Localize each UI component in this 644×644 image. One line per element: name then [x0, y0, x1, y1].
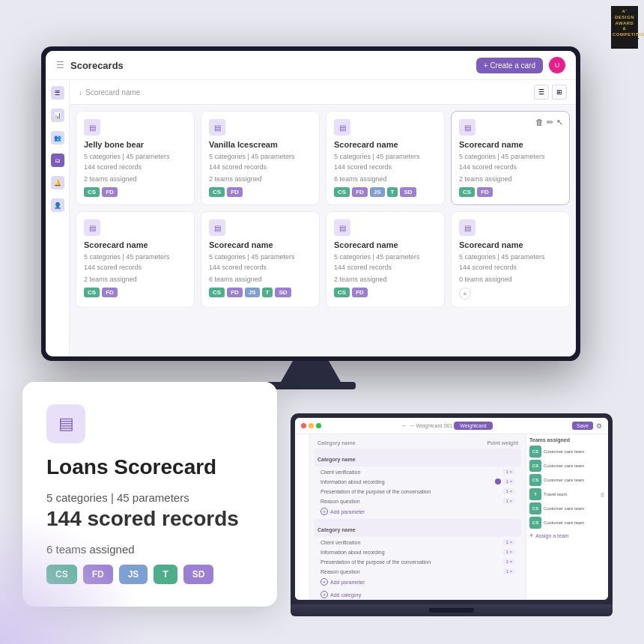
- large-tag-cs: CS: [46, 565, 77, 584]
- add-param-label-1[interactable]: Add parameter: [330, 509, 365, 514]
- add-tag-button[interactable]: +: [459, 288, 471, 300]
- delete-icon[interactable]: 🗑: [535, 118, 544, 127]
- param-row-2: Presentation of the purpose of the conve…: [315, 487, 521, 496]
- team-name-0: Customer care team: [544, 449, 584, 454]
- card-title-7: Scorecard name: [459, 240, 562, 249]
- weight-pill-3: 1 ×: [502, 498, 515, 504]
- cards-grid: ▤ Jelly bone bear 5 categories | 45 para…: [70, 105, 576, 314]
- weight-pill-4: 1 ×: [502, 539, 515, 545]
- scorecard-card-5[interactable]: ▤ Scorecard name 5 categories | 45 param…: [201, 211, 320, 308]
- sidebar-icon-bell[interactable]: 🔔: [51, 176, 64, 189]
- add-category-label[interactable]: Add category: [330, 592, 361, 598]
- scorecard-card-4[interactable]: ▤ Scorecard name 5 categories | 45 param…: [76, 211, 195, 308]
- tag-js: JS: [370, 187, 385, 197]
- card-meta-1: 5 categories | 45 parameters144 scored r…: [209, 152, 312, 172]
- card-tags-5: CS FD JS T SD: [209, 288, 312, 297]
- sidebar-icon-chart[interactable]: 📊: [51, 109, 64, 122]
- hamburger-icon[interactable]: ☰: [56, 60, 64, 70]
- teams-panel: Teams assigned CS Customer care team CS …: [526, 434, 608, 600]
- breadcrumb: ↓ Scorecard name: [79, 88, 140, 97]
- param-row-5: Information about recording 1 ×: [315, 547, 521, 556]
- laptop-nav-dots: [301, 423, 321, 428]
- card-meta-4: 5 categories | 45 parameters144 scored r…: [84, 252, 186, 273]
- param-weight-0: 1 ×: [502, 469, 515, 475]
- card-teams-3: 2 teams assigned: [459, 175, 562, 183]
- maximize-dot[interactable]: [316, 423, 321, 428]
- team-row-3: T Travel team 🗑: [529, 488, 605, 500]
- tab-active[interactable]: Weightcard: [454, 422, 492, 430]
- teams-panel-title: Teams assigned: [529, 437, 605, 443]
- team-name-2: Customer care team: [544, 478, 584, 482]
- sidebar-icon-profile[interactable]: 👤: [51, 198, 64, 212]
- team-row-0: CS Customer care team: [529, 446, 605, 458]
- add-param-row-1: + Add parameter: [315, 506, 521, 517]
- category-label-1: Category name: [318, 457, 356, 462]
- content-toolbar: ↓ Scorecard name ☰ ⊞: [70, 80, 576, 105]
- param-label-6: Presentation of the purpose of the conve…: [321, 559, 431, 565]
- breadcrumb-text: Scorecard name: [85, 88, 140, 97]
- card-teams-6: 2 teams assigned: [334, 276, 437, 283]
- scorecard-card-6[interactable]: ▤ Scorecard name 5 categories | 45 param…: [326, 211, 445, 308]
- add-param-row-2: + Add parameter: [315, 577, 521, 587]
- app-header-right: + Create a card U: [476, 57, 565, 73]
- team-name-1: Customer care team: [544, 464, 584, 468]
- monitor-stand: [281, 361, 341, 382]
- laptop-notch: [429, 608, 474, 613]
- assign-team-icon[interactable]: +: [529, 532, 533, 539]
- laptop-header-right: Save ⚙: [572, 422, 602, 430]
- back-arrow[interactable]: ←: [401, 422, 407, 429]
- card-tags-7: +: [459, 288, 562, 300]
- scorecard-card-0[interactable]: ▤ Jelly bone bear 5 categories | 45 para…: [76, 111, 195, 205]
- card-meta-7: 5 categories | 45 parameters144 scored r…: [459, 252, 562, 273]
- sidebar-icon-users[interactable]: 👥: [51, 131, 64, 145]
- delete-team-icon[interactable]: 🗑: [600, 492, 605, 497]
- award-line2: AWARD: [613, 21, 637, 27]
- tag-sd: SD: [275, 288, 291, 297]
- list-view-button[interactable]: ☰: [534, 85, 549, 100]
- create-card-button[interactable]: + Create a card: [476, 58, 543, 73]
- param-weight-2: 1 ×: [502, 488, 515, 494]
- edit-icon[interactable]: ✏: [547, 118, 553, 127]
- param-weight-6: 1 ×: [502, 559, 515, 565]
- scorecard-card-1[interactable]: ▤ Vanilla Icescream 5 categories | 45 pa…: [201, 111, 320, 205]
- param-label-3: Reason question: [321, 499, 360, 504]
- large-card-teams: 6 teams assigned: [46, 543, 253, 556]
- add-param-icon-2[interactable]: +: [321, 578, 328, 586]
- card-meta-0: 5 categories | 45 parameters144 scored r…: [84, 152, 186, 172]
- param-weight-4: 1 ×: [502, 539, 515, 545]
- sidebar-icon-menu[interactable]: ☰: [51, 86, 64, 100]
- add-param-icon-1[interactable]: +: [321, 508, 328, 515]
- tag-cs: CS: [459, 187, 475, 197]
- scorecard-card-7[interactable]: ▤ Scorecard name 5 categories | 45 param…: [451, 211, 570, 308]
- card-icon-0: ▤: [84, 119, 100, 136]
- large-card-title: Loans Scorecard: [46, 455, 253, 479]
- team-name-4: Customer care team: [544, 506, 584, 511]
- scorecard-card-3[interactable]: 🗑 ✏ ↖ ▤ Scorecard name 5 categories | 45…: [451, 111, 570, 205]
- team-badge-cs-2: CS: [529, 474, 541, 486]
- param-weight-7: 1 ×: [502, 568, 515, 574]
- grid-view-button[interactable]: ⊞: [552, 85, 567, 100]
- minimize-dot[interactable]: [309, 423, 314, 428]
- card-teams-0: 2 teams assigned: [84, 175, 186, 183]
- scorecard-card-2[interactable]: ▤ Scorecard name 5 categories | 45 param…: [326, 111, 445, 205]
- tag-cs: CS: [334, 288, 350, 297]
- close-dot[interactable]: [301, 423, 306, 428]
- save-button[interactable]: Save: [572, 422, 593, 430]
- award-badge: A' DESIGN AWARD & COMPETITION: [611, 6, 638, 49]
- tag-fd: FD: [227, 288, 243, 297]
- assign-team-label[interactable]: Assign a team: [535, 533, 568, 538]
- card-title-4: Scorecard name: [84, 240, 186, 249]
- category-name-header: Category name: [318, 440, 356, 446]
- team-badge-cs-5: CS: [529, 517, 541, 529]
- param-row-3: Reason question 1 ×: [315, 496, 521, 505]
- add-param-label-2[interactable]: Add parameter: [330, 580, 365, 585]
- add-category-icon[interactable]: +: [321, 591, 328, 598]
- active-dot: [495, 479, 501, 484]
- tag-t: T: [262, 288, 273, 297]
- team-badge-t-3: T: [529, 488, 541, 500]
- sidebar-icon-cards[interactable]: 🗂: [51, 154, 64, 167]
- card-teams-4: 2 teams assigned: [84, 276, 186, 283]
- tag-t: T: [387, 187, 398, 197]
- forward-arrow[interactable]: →: [408, 422, 414, 429]
- settings-icon[interactable]: ⚙: [596, 422, 602, 430]
